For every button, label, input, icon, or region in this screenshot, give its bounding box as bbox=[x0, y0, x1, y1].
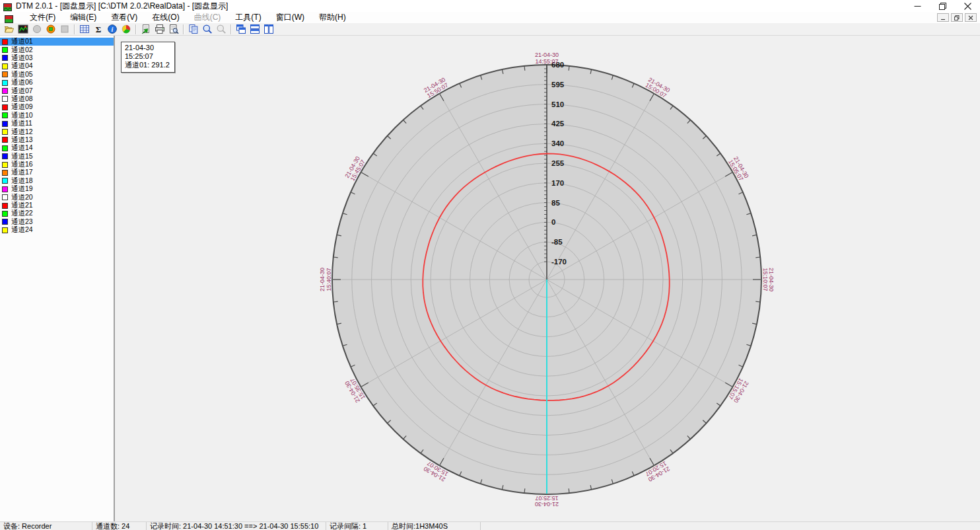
tile-vertical-button[interactable] bbox=[262, 23, 275, 35]
channel-item-通道21[interactable]: 通道21 bbox=[0, 202, 114, 209]
tile-vertical-icon bbox=[263, 24, 274, 34]
toolbar-separator bbox=[135, 24, 136, 34]
channel-label: 通道24 bbox=[11, 225, 33, 235]
menu-帮助h[interactable]: 帮助(H) bbox=[312, 12, 353, 23]
time-label: 21-04-3015:10:07 bbox=[762, 268, 775, 291]
window-title: DTM 2.0.1 - [圆盘显示] [C:\DTM 2.0.2\RealDat… bbox=[16, 1, 228, 12]
export-icon bbox=[141, 24, 151, 34]
magnifier-gray-icon bbox=[216, 24, 227, 34]
svg-text:21-04-3014:55:07: 21-04-3014:55:07 bbox=[535, 52, 559, 65]
channel-color-swatch bbox=[2, 145, 8, 151]
channel-color-swatch bbox=[2, 194, 8, 200]
channel-item-通道02[interactable]: 通道02 bbox=[0, 46, 114, 54]
info-icon: i bbox=[107, 24, 118, 34]
pie-view-button[interactable] bbox=[119, 23, 133, 35]
channel-color-swatch bbox=[2, 203, 8, 209]
channel-color-swatch bbox=[2, 112, 8, 118]
tile-horizontal-button[interactable] bbox=[248, 23, 262, 35]
menu-编辑e[interactable]: 编辑(E) bbox=[63, 12, 104, 23]
print-preview-icon bbox=[168, 24, 179, 34]
table-icon bbox=[79, 24, 90, 34]
print-button[interactable] bbox=[153, 23, 166, 35]
channel-color-swatch bbox=[2, 80, 8, 86]
copy-button[interactable] bbox=[186, 23, 200, 35]
channel-color-swatch bbox=[2, 96, 8, 102]
channel-color-swatch bbox=[2, 129, 8, 135]
tooltip-value: 通道01: 291.2 bbox=[125, 61, 170, 69]
print-preview-button[interactable] bbox=[166, 23, 180, 35]
channel-item-通道23[interactable]: 通道23 bbox=[0, 218, 114, 226]
cascade-windows-button[interactable] bbox=[234, 23, 248, 35]
channel-color-swatch bbox=[2, 104, 8, 110]
channel-item-通道24[interactable]: 通道24 bbox=[0, 226, 114, 234]
zoom-out-button bbox=[214, 23, 228, 35]
channel-item-通道07[interactable]: 通道07 bbox=[0, 87, 114, 95]
open-file-button[interactable] bbox=[2, 23, 16, 35]
menu-工具t[interactable]: 工具(T) bbox=[228, 12, 268, 23]
cascade-icon bbox=[236, 24, 246, 34]
channel-item-通道10[interactable]: 通道10 bbox=[0, 112, 114, 120]
menu-查看v[interactable]: 查看(V) bbox=[104, 12, 145, 23]
mdi-window-controls bbox=[937, 13, 977, 22]
mdi-restore-button[interactable] bbox=[951, 13, 963, 22]
app-window: DTM 2.0.1 - [圆盘显示] [C:\DTM 2.0.2\RealDat… bbox=[0, 0, 980, 530]
channel-item-通道11[interactable]: 通道11 bbox=[0, 120, 114, 128]
menu-曲线c: 曲线(C) bbox=[187, 12, 228, 23]
tooltip-time: 15:25:07 bbox=[125, 52, 170, 61]
info-button[interactable]: i bbox=[105, 23, 119, 35]
channel-item-通道13[interactable]: 通道13 bbox=[0, 136, 114, 144]
channel-item-通道17[interactable]: 通道17 bbox=[0, 169, 114, 176]
main-content: 通道01通道02通道03通道04通道05通道06通道07通道08通道09通道10… bbox=[0, 36, 980, 521]
channel-color-swatch bbox=[2, 88, 8, 94]
minimize-button[interactable] bbox=[905, 0, 930, 12]
record-stop-button[interactable] bbox=[44, 23, 57, 35]
channel-item-通道06[interactable]: 通道06 bbox=[0, 79, 114, 87]
channel-color-swatch bbox=[2, 219, 8, 225]
channel-color-swatch bbox=[2, 162, 8, 168]
channel-item-通道19[interactable]: 通道19 bbox=[0, 185, 114, 193]
channel-color-swatch bbox=[2, 63, 8, 69]
svg-text:21-04-3015:25:07: 21-04-3015:25:07 bbox=[535, 495, 559, 508]
channel-color-swatch bbox=[2, 55, 8, 61]
channel-item-通道22[interactable]: 通道22 bbox=[0, 209, 114, 217]
channel-item-通道09[interactable]: 通道09 bbox=[0, 103, 114, 111]
channel-item-通道18[interactable]: 通道18 bbox=[0, 177, 114, 185]
gray-square-icon bbox=[59, 24, 70, 34]
pie-chart-icon bbox=[121, 24, 131, 34]
svg-text:340: 340 bbox=[551, 139, 564, 147]
channel-item-通道03[interactable]: 通道03 bbox=[0, 54, 114, 62]
menu-bar: 文件(F)编辑(E)查看(V)在线(O)曲线(C)工具(T)窗口(W)帮助(H) bbox=[0, 12, 980, 23]
statistics-button[interactable]: Σ bbox=[91, 23, 105, 35]
mdi-close-button[interactable] bbox=[965, 13, 977, 22]
mdi-document-icon[interactable] bbox=[5, 14, 13, 22]
channel-item-通道04[interactable]: 通道04 bbox=[0, 62, 114, 70]
channel-color-swatch bbox=[2, 39, 8, 45]
channel-item-通道14[interactable]: 通道14 bbox=[0, 144, 114, 152]
app-icon bbox=[3, 2, 12, 10]
menu-窗口w[interactable]: 窗口(W) bbox=[269, 12, 312, 23]
copy-icon bbox=[188, 24, 199, 34]
channel-color-swatch bbox=[2, 71, 8, 77]
data-table-button[interactable] bbox=[77, 23, 91, 35]
channel-item-通道08[interactable]: 通道08 bbox=[0, 95, 114, 103]
time-label: 21-04-3015:25:07 bbox=[535, 495, 559, 508]
menu-在线o[interactable]: 在线(O) bbox=[145, 12, 186, 23]
channel-item-通道16[interactable]: 通道16 bbox=[0, 161, 114, 169]
channel-item-通道12[interactable]: 通道12 bbox=[0, 128, 114, 135]
zoom-in-button[interactable] bbox=[200, 23, 214, 35]
channel-item-通道20[interactable]: 通道20 bbox=[0, 193, 114, 201]
close-button[interactable] bbox=[955, 0, 980, 12]
channel-item-通道05[interactable]: 通道05 bbox=[0, 71, 114, 79]
menu-文件f[interactable]: 文件(F) bbox=[22, 12, 63, 23]
status-segment-2: 记录时间: 21-04-30 14:51:30 ==> 21-04-30 15:… bbox=[147, 522, 326, 530]
status-bar: 设备: Recorder通道数: 24记录时间: 21-04-30 14:51:… bbox=[0, 521, 980, 530]
mdi-minimize-button[interactable] bbox=[937, 13, 949, 22]
channel-item-通道01[interactable]: 通道01 bbox=[0, 38, 114, 46]
trend-view-button[interactable] bbox=[16, 23, 30, 35]
export-button[interactable] bbox=[139, 23, 153, 35]
magnifier-icon bbox=[202, 24, 213, 34]
channel-item-通道15[interactable]: 通道15 bbox=[0, 152, 114, 160]
restore-button[interactable] bbox=[930, 0, 955, 12]
svg-text:i: i bbox=[111, 26, 113, 33]
polar-chart[interactable]: 680595510425340255170850-85-17021-04-301… bbox=[116, 36, 980, 521]
